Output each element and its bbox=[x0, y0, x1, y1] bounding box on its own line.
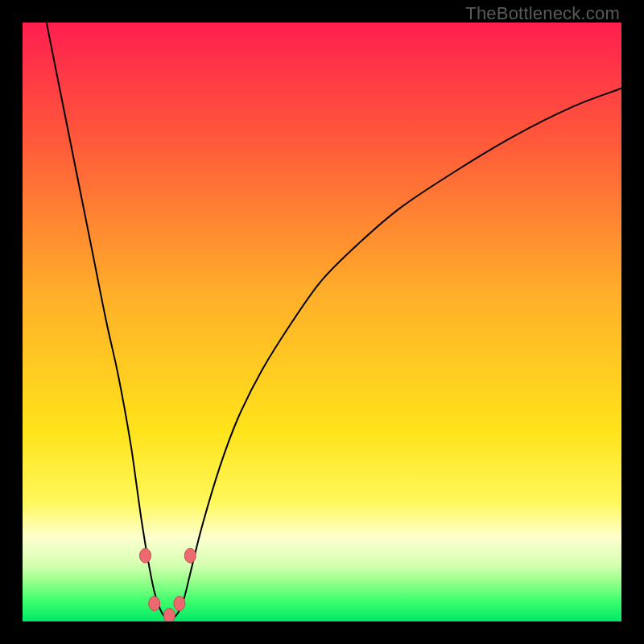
curve-marker-2 bbox=[163, 609, 175, 621]
curve-marker-4 bbox=[184, 548, 196, 563]
gradient-background bbox=[23, 23, 621, 621]
curve-marker-0 bbox=[140, 548, 151, 563]
bottleneck-chart bbox=[23, 23, 621, 621]
curve-marker-1 bbox=[149, 597, 160, 611]
watermark-text: TheBottleneck.com bbox=[465, 3, 620, 24]
chart-frame bbox=[23, 23, 621, 621]
curve-marker-3 bbox=[174, 597, 185, 611]
